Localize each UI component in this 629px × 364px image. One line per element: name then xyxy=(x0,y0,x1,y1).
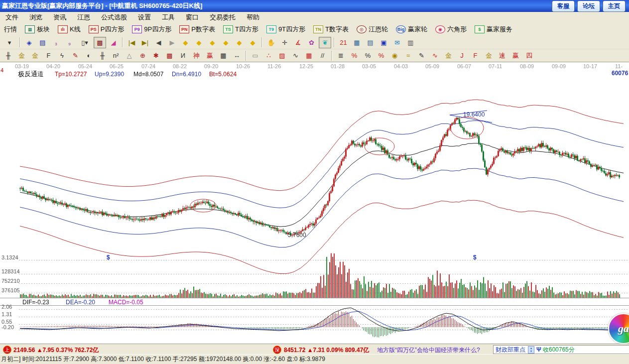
sector-button[interactable]: ▦板块 xyxy=(21,25,54,34)
draw-tool-13-icon[interactable]: И xyxy=(177,50,189,61)
draw-tool-3-icon[interactable]: F xyxy=(42,50,55,61)
home-button[interactable]: 主页 xyxy=(603,1,625,11)
menu-item-7[interactable]: 窗口 xyxy=(180,12,204,23)
calculator-icon[interactable]: ▦ xyxy=(351,37,363,48)
draw-tool-20-icon[interactable]: ∴ xyxy=(262,50,275,61)
draw-tool-5-icon[interactable]: ✎ xyxy=(69,50,82,61)
draw-tool-9-icon[interactable]: △ xyxy=(123,50,135,61)
save-icon[interactable]: ▣ xyxy=(377,37,390,48)
draw-tool-15-icon[interactable]: 赢 xyxy=(204,50,216,61)
bars3-icon[interactable]: ₃ xyxy=(50,37,62,48)
draw-tool-0-icon[interactable]: ╫ xyxy=(2,50,14,61)
draw-tool-10-icon[interactable]: ⊕ xyxy=(136,50,149,61)
angle-measure-icon[interactable]: ∡ xyxy=(292,37,304,48)
t-number-button[interactable]: TNT数字表 xyxy=(309,25,353,34)
t-square-button[interactable]: TST四方形 xyxy=(219,25,262,34)
draw-tool-29-icon[interactable]: % xyxy=(375,50,387,61)
gann-net-icon[interactable]: ◈ xyxy=(23,37,35,48)
crosshair-icon[interactable]: ✛ xyxy=(278,37,291,48)
print-icon[interactable]: ▥ xyxy=(404,37,417,48)
draw-tool-35-icon[interactable]: J xyxy=(456,50,468,61)
color-histogram-icon[interactable]: ◢ xyxy=(107,37,120,48)
draw-tool-1-icon[interactable]: 金 xyxy=(15,50,28,61)
kline-button[interactable]: ılıK线 xyxy=(54,25,85,34)
draw-tool-30-icon[interactable]: ◉ xyxy=(388,50,401,61)
ai-brain-icon[interactable]: ❦ xyxy=(319,37,331,48)
menu-item-2[interactable]: 资讯 xyxy=(48,12,72,23)
pattern-icon[interactable]: ▩ xyxy=(94,37,106,48)
draw-tool-32-icon[interactable]: ✎ xyxy=(415,50,428,61)
menu-item-4[interactable]: 公式选股 xyxy=(96,12,132,23)
draw-tool-12-icon[interactable]: ▩ xyxy=(163,50,176,61)
chart-area[interactable] xyxy=(0,62,629,344)
diamond-out-icon[interactable]: ◆ xyxy=(206,37,219,48)
shanghai-index-quote[interactable]: 2149.56 ▲7.95 0.37% 762.72亿 xyxy=(13,346,99,355)
p-square-button[interactable]: PSP四方形 xyxy=(85,25,128,34)
gann-fan-icon[interactable]: ✿ xyxy=(305,37,318,48)
candle-dropdown[interactable]: ▯▾ xyxy=(77,37,93,48)
draw-tool-40-icon[interactable]: 四 xyxy=(523,50,535,61)
news-ticker[interactable]: 地方版“四万亿”会给中国经济带来什么? xyxy=(377,346,480,355)
draw-tool-36-icon[interactable]: F xyxy=(469,50,482,61)
last-bar-icon[interactable]: ▶| xyxy=(139,37,151,48)
draw-tool-24-icon[interactable]: // xyxy=(316,50,329,61)
draw-tool-17-icon[interactable]: ↔ xyxy=(231,50,243,61)
menu-item-1[interactable]: 浏览 xyxy=(24,12,48,23)
news-link[interactable]: 财政部重点 xyxy=(496,346,525,354)
draw-tool-7-icon[interactable]: ╫ xyxy=(96,50,109,61)
customer-service-button[interactable]: 客服 xyxy=(552,1,574,11)
draw-tool-2-icon[interactable]: 金 xyxy=(29,50,41,61)
close-price-label[interactable]: 收600765分 xyxy=(543,346,575,354)
diamond-x-icon[interactable]: ◆ xyxy=(233,37,246,48)
bars9-icon[interactable]: ₉ xyxy=(63,37,76,48)
draw-tool-19-icon[interactable]: ▭ xyxy=(249,50,261,61)
gann-wheel-button[interactable]: ◎江恩轮 xyxy=(353,25,392,34)
menu-item-5[interactable]: 设置 xyxy=(132,12,156,23)
p9-square-button[interactable]: P99P四方形 xyxy=(128,25,175,34)
menu-item-6[interactable]: 工具 xyxy=(156,12,180,23)
draw-tool-27-icon[interactable]: % xyxy=(348,50,361,61)
spinner-down-icon[interactable]: ▼ xyxy=(530,350,532,353)
draw-tool-38-icon[interactable]: 速 xyxy=(496,50,508,61)
menu-item-8[interactable]: 交易委托 xyxy=(204,12,241,23)
shenzhen-index-quote[interactable]: 8451.72 ▲7.31 0.09% 809.47亿 xyxy=(284,346,369,355)
menu-item-3[interactable]: 江恩 xyxy=(72,12,96,23)
next-icon[interactable]: ▶ xyxy=(166,37,178,48)
draw-tool-11-icon[interactable]: ✱ xyxy=(150,50,162,61)
diamond-left-icon[interactable]: ◆ xyxy=(179,37,192,48)
report-icon[interactable]: ▤ xyxy=(36,37,49,48)
diamond-plus-icon[interactable]: ◆ xyxy=(247,37,259,48)
kline-chart-canvas[interactable] xyxy=(0,62,629,344)
p-number-button[interactable]: PNP数字表 xyxy=(175,25,219,34)
prev-icon[interactable]: ◀ xyxy=(152,37,165,48)
first-bar-icon[interactable]: |◀ xyxy=(126,37,138,48)
forum-button[interactable]: 论坛 xyxy=(578,1,600,11)
style-dropdown[interactable]: ▾ xyxy=(2,37,17,48)
draw-tool-6-icon[interactable]: ◐ xyxy=(83,50,95,61)
hexagon-button[interactable]: ◉六角形 xyxy=(431,25,471,34)
notepad-icon[interactable]: ▤ xyxy=(364,37,377,48)
spinner-control[interactable]: ▲ ▼ xyxy=(528,346,534,354)
quote-button[interactable]: 行情 xyxy=(0,25,21,34)
draw-tool-23-icon[interactable]: ▦ xyxy=(303,50,315,61)
draw-tool-28-icon[interactable]: % xyxy=(362,50,374,61)
draw-tool-37-icon[interactable]: 金 xyxy=(483,50,495,61)
calendar-icon[interactable]: 21 xyxy=(337,37,350,48)
draw-tool-4-icon[interactable]: ϟ xyxy=(56,50,68,61)
diamond-right-icon[interactable]: ◆ xyxy=(193,37,205,48)
hand-icon[interactable]: ✋ xyxy=(265,37,277,48)
draw-tool-39-icon[interactable]: 赢 xyxy=(509,50,522,61)
winner-service-button[interactable]: $赢家服务 xyxy=(471,25,516,34)
draw-tool-16-icon[interactable]: ▦ xyxy=(217,50,230,61)
draw-tool-26-icon[interactable]: ≣ xyxy=(335,50,347,61)
draw-tool-14-icon[interactable]: 神 xyxy=(190,50,203,61)
draw-tool-34-icon[interactable]: 金 xyxy=(442,50,455,61)
draw-tool-31-icon[interactable]: ≈ xyxy=(402,50,414,61)
draw-tool-21-icon[interactable]: ▨ xyxy=(276,50,288,61)
draw-tool-33-icon[interactable]: ∿ xyxy=(429,50,441,61)
menu-item-0[interactable]: 文件 xyxy=(0,12,24,23)
t9-square-button[interactable]: T99T四方形 xyxy=(262,25,309,34)
mail-icon[interactable]: ✉ xyxy=(391,37,403,48)
winner-wheel-button[interactable]: Big赢家轮 xyxy=(392,25,431,34)
menu-item-9[interactable]: 帮助 xyxy=(241,12,265,23)
